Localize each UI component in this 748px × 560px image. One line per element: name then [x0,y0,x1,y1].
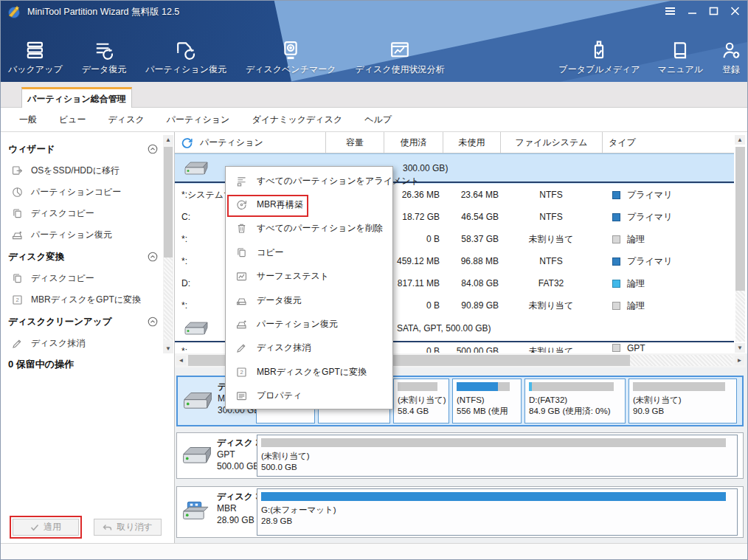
menu-item-properties[interactable]: プロパティ [226,384,392,408]
menu-item-convert-mbr-gpt[interactable]: 2 MBRディスクをGPTに変換 [226,360,392,384]
app-header: MiniTool Partition Wizard 無料版 12.5 バックアッ… [1,1,747,82]
toolbar-partition-recovery[interactable]: パーティション復元 [145,40,226,76]
scrollbar-thumb[interactable] [164,147,173,257]
col-header-filesystem[interactable]: ファイルシステム [500,132,602,153]
window-menu-button[interactable] [665,7,676,15]
collapse-chevron-icon[interactable] [147,251,159,263]
scroll-right-icon[interactable]: ► [735,356,744,365]
toolbar-bootable-media[interactable]: ブータブルメディア [558,40,640,76]
refresh-icon[interactable] [181,136,193,149]
menu-help[interactable]: ヘルプ [353,111,403,129]
scrollbar-thumb[interactable] [735,147,745,291]
disk-icon [181,390,215,412]
apply-button[interactable]: 適用 [13,519,79,536]
partition-label: D:(FAT32) [529,395,621,406]
scrollbar-track[interactable] [164,257,173,340]
disk-size: 28.90 GB [217,514,260,526]
undo-button[interactable]: 取り消す [94,519,162,536]
col-header-partition[interactable]: パーティション [200,132,263,153]
scroll-up-icon[interactable]: ▲ [163,135,173,145]
partition-block-3[interactable]: (未割り当て) 58.4 GB [393,378,449,424]
menu-item-data-recovery[interactable]: データ復元 [226,288,392,312]
toolbar-disk-usage[interactable]: ディスク使用状況分析 [355,40,444,76]
sidebar-item-migrate-os[interactable]: OSをSSD/HDDに移行 [1,160,163,182]
scrollbar-track[interactable] [735,291,745,342]
collapse-chevron-icon[interactable] [147,143,159,155]
minimize-button[interactable] [688,7,697,15]
menu-item-disk-wipe[interactable]: ディスク抹消 [226,336,392,360]
partition-info: 500.0 GB [261,462,733,473]
maximize-button[interactable] [709,7,718,15]
sidebar-item-disk-copy-2[interactable]: ディスクコピー [1,268,163,289]
menu-view[interactable]: ビュー [48,111,97,129]
menu-disk[interactable]: ディスク [97,111,156,129]
unused-value: 500.00 GB [443,343,499,353]
diskmap-disk3[interactable]: ディスク 3 MBR 28.90 GB G:(未フォーマット) 28.9 GB [176,486,744,538]
partition-label: (未割り当て) [633,395,733,406]
menu-dynamic-disk[interactable]: ダイナミックディスク [240,111,353,129]
partition-block-1[interactable]: G:(未フォーマット) 28.9 GB [257,488,738,536]
main-toolbar: バックアップ データ復元 パーティション復元 ディスクベンチマーク ディスク使用… [1,24,747,82]
col-header-unused[interactable]: 未使用 [443,132,500,153]
manual-icon [670,40,690,61]
type-label: プライマリ [627,250,672,272]
close-button[interactable] [730,7,740,15]
scroll-left-icon[interactable]: ◄ [176,356,186,365]
partition-info: 84.9 GB (使用済: 0%) [529,406,621,417]
menu-item-partition-recovery[interactable]: パーティション復元 [226,312,392,336]
scroll-down-icon[interactable]: ▼ [735,343,745,353]
type-label: 論理 [627,228,645,250]
type-swatch [612,280,620,288]
tab-strip: パーティション総合管理 [1,82,747,108]
usage-bar [261,438,726,447]
partition-block-6[interactable]: (未割り当て) 90.9 GB [628,378,737,424]
usage-bar [633,382,725,391]
sidebar-section-disk-cleanup[interactable]: ディスククリーンアップ [1,311,163,333]
partition-name: *: [181,343,187,353]
toolbar-disk-benchmark[interactable]: ディスクベンチマーク [246,40,336,76]
toolbar-data-recovery[interactable]: データ復元 [82,40,127,76]
sidebar-item-disk-copy[interactable]: ディスクコピー [1,203,163,224]
scrollbar-track[interactable] [630,355,733,366]
undo-arrow-icon [103,524,112,531]
menu-item-surface-test[interactable]: サーフェステスト [226,265,392,288]
partition-name: C: [181,206,190,228]
usage-fill [529,382,532,391]
menu-item-rebuild-mbr[interactable]: MBR再構築 [226,193,392,216]
scroll-up-icon[interactable]: ▲ [735,135,745,145]
partition-block-5[interactable]: D:(FAT32) 84.9 GB (使用済: 0%) [524,378,626,424]
diskmap-disk2[interactable]: ディスク 2 GPT 500.00 GB (未割り当て) 500.0 GB [176,432,744,479]
menu-item-align-all-partitions[interactable]: すべてのパーティションをアライメント [226,169,392,193]
filesystem-value: FAT32 [500,272,602,294]
collapse-chevron-icon[interactable] [147,316,159,328]
menu-item-delete-all-partitions[interactable]: すべてのパーティションを削除 [226,217,392,241]
sidebar-scrollbar[interactable]: ▲ ▼ [163,135,173,353]
sidebar-item-convert-mbr-gpt[interactable]: 2 MBRディスクをGPTに変換 [1,289,163,311]
scroll-down-icon[interactable]: ▼ [163,344,173,353]
disk2-row-text: SATA, GPT, 500.00 GB) [397,317,491,340]
table-vertical-scrollbar[interactable]: ▲ ▼ [734,132,746,353]
toolbar-right-group: ブータブルメディア マニュアル 登録 [541,40,741,76]
menu-general[interactable]: 一般 [8,111,48,129]
col-header-type[interactable]: タイプ [602,132,734,153]
toolbar-manual[interactable]: マニュアル [658,40,703,76]
menu-partition[interactable]: パーティション [156,111,241,129]
partition-block-4[interactable]: (NTFS) 556 MB (使用 [452,378,522,424]
backup-icon [25,40,46,61]
partition-block-1[interactable]: (未割り当て) 500.0 GB [257,435,738,477]
sidebar-section-disk-convert[interactable]: ディスク変換 [1,246,163,268]
partition-recovery-icon [176,40,196,61]
usage-bar [261,492,726,501]
sidebar-item-partition-copy[interactable]: パーティションコピー [1,182,163,203]
disk-wipe-icon [235,342,248,354]
menu-item-copy[interactable]: コピー [226,241,392,264]
col-header-capacity[interactable]: 容量 [325,132,384,153]
sidebar-item-partition-recovery[interactable]: パーティション復元 [1,224,163,246]
pending-operations-label: 0 保留中の操作 [8,358,74,371]
toolbar-backup[interactable]: バックアップ [8,40,63,76]
sidebar-item-disk-wipe[interactable]: ディスク抹消 [1,333,163,353]
col-header-used[interactable]: 使用済 [384,132,443,153]
toolbar-register[interactable]: 登録 [721,40,741,76]
tab-partition-management[interactable]: パーティション総合管理 [21,87,132,108]
sidebar-section-wizard[interactable]: ウィザード [1,138,163,160]
